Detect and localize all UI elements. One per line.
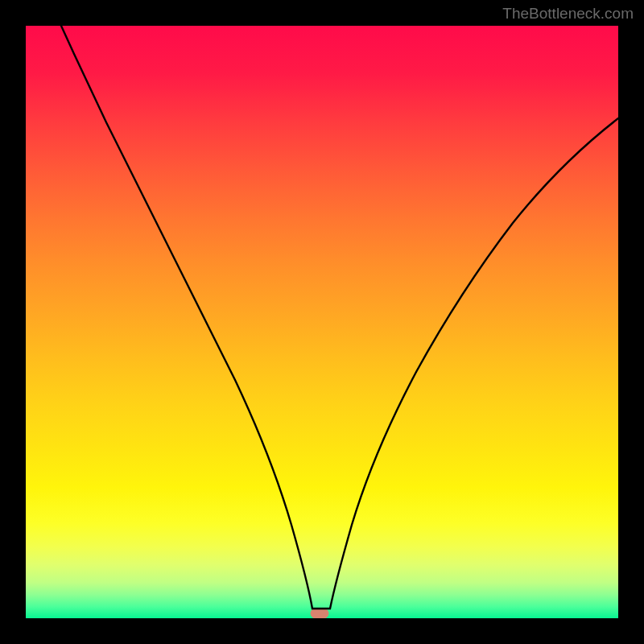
plot-area bbox=[26, 26, 618, 618]
curve-layer bbox=[26, 26, 618, 618]
minimum-marker bbox=[311, 609, 328, 618]
bottleneck-curve bbox=[61, 26, 618, 609]
chart-frame: TheBottleneck.com bbox=[0, 0, 644, 644]
watermark-text: TheBottleneck.com bbox=[502, 5, 634, 23]
